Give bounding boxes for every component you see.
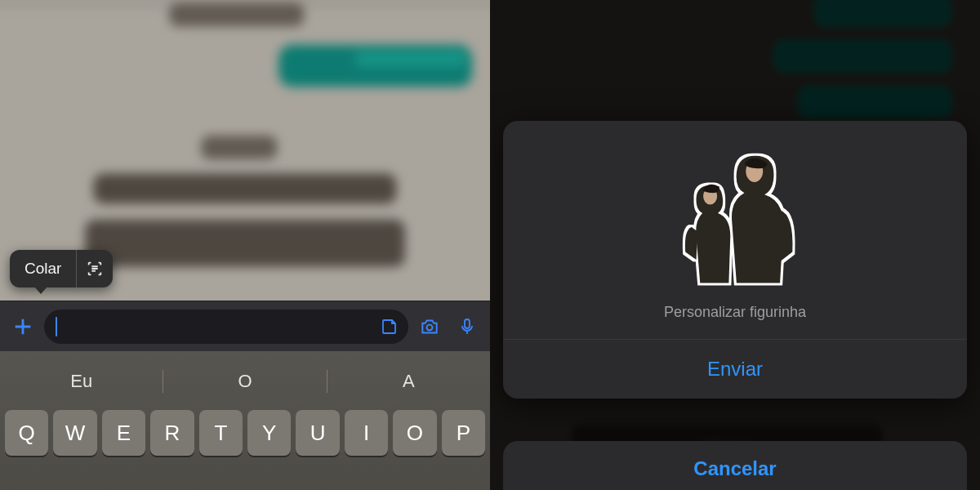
keyboard-suggestion[interactable]: O xyxy=(163,371,326,392)
scan-text-button[interactable] xyxy=(77,250,113,287)
microphone-icon xyxy=(457,317,477,336)
message-input[interactable] xyxy=(44,310,408,344)
two-people-sticker-icon xyxy=(657,136,813,291)
key-p[interactable]: P xyxy=(442,410,485,456)
plus-icon xyxy=(11,315,34,338)
keyboard-suggestion[interactable]: Eu xyxy=(0,371,163,392)
scan-text-icon xyxy=(86,260,104,278)
keyboard-row: Q W E R T Y U I O P xyxy=(0,405,490,456)
camera-icon xyxy=(419,316,440,337)
right-screenshot: "Stickers" xyxy=(490,0,980,490)
send-button[interactable]: Enviar xyxy=(503,340,967,399)
key-r[interactable]: R xyxy=(150,410,194,456)
key-t[interactable]: T xyxy=(199,410,243,456)
key-w[interactable]: W xyxy=(53,410,96,456)
text-caret xyxy=(56,317,57,336)
sticker-picker-button[interactable] xyxy=(377,314,402,339)
camera-button[interactable] xyxy=(413,310,446,343)
sticker-icon xyxy=(380,317,399,336)
sticker-action-sheet: Personalizar figurinha Enviar xyxy=(503,121,967,399)
left-screenshot: Colar xyxy=(0,0,490,490)
message-input-bar xyxy=(0,301,490,351)
svg-point-0 xyxy=(427,324,433,330)
key-i[interactable]: I xyxy=(345,410,388,456)
paste-button-label: Colar xyxy=(24,260,61,278)
sticker-preview[interactable] xyxy=(657,136,813,291)
ios-keyboard: Eu O A Q W E R T Y U I O P xyxy=(0,351,490,490)
key-e[interactable]: E xyxy=(102,410,145,456)
attach-button[interactable] xyxy=(7,310,39,343)
customize-sticker-label: Personalizar figurinha xyxy=(664,304,806,321)
voice-message-button[interactable] xyxy=(451,310,483,343)
key-y[interactable]: Y xyxy=(247,410,291,456)
keyboard-suggestion[interactable]: A xyxy=(327,371,490,392)
keyboard-suggestion-bar: Eu O A xyxy=(0,358,490,405)
svg-rect-1 xyxy=(465,319,470,328)
key-q[interactable]: Q xyxy=(5,410,48,456)
key-o[interactable]: O xyxy=(393,410,436,456)
cancel-button[interactable]: Cancelar xyxy=(503,441,967,490)
key-u[interactable]: U xyxy=(296,410,339,456)
paste-button[interactable]: Colar xyxy=(10,250,76,287)
paste-context-menu: Colar xyxy=(10,250,113,287)
